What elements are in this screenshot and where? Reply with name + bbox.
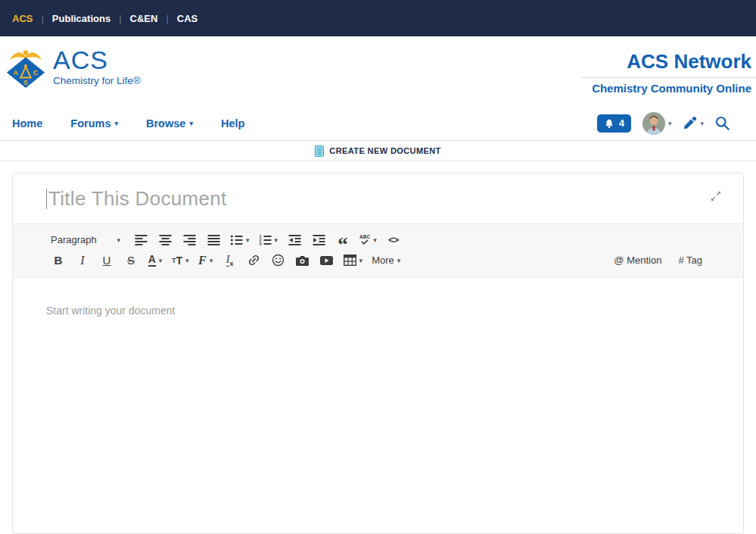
logo-acronym: ACS <box>53 47 141 73</box>
emoji-button[interactable] <box>271 251 286 270</box>
font-size-button[interactable]: T T ▾ <box>172 251 189 270</box>
nav-item-label: Home <box>12 117 42 130</box>
create-new-document-label: CREATE NEW DOCUMENT <box>329 146 440 155</box>
nav-item-forums[interactable]: Forums ▾ <box>70 117 118 130</box>
nav-links: Home Forums ▾ Browse ▾ Help <box>12 117 244 130</box>
divider: | <box>41 13 43 24</box>
svg-text:S: S <box>23 79 28 86</box>
chevron-down-icon: ▾ <box>210 257 213 264</box>
svg-text:A: A <box>14 69 19 77</box>
align-left-button[interactable] <box>133 230 148 250</box>
align-right-button[interactable] <box>182 230 197 250</box>
nav-item-help[interactable]: Help <box>221 117 244 130</box>
camera-icon <box>296 255 309 266</box>
align-center-button[interactable] <box>157 230 173 250</box>
utility-bar: ACS | Publications | C&EN | CAS <box>0 0 756 36</box>
align-right-icon <box>183 234 196 246</box>
title-placeholder: Title This Document <box>48 187 226 211</box>
chevron-down-icon: ▾ <box>117 236 120 244</box>
blockquote-icon: “ <box>338 241 348 249</box>
page-content: Title This Document Paragraph ▾ <box>0 161 756 534</box>
chevron-down-icon: ▾ <box>668 120 672 127</box>
user-menu[interactable]: ▾ <box>642 112 672 135</box>
divider: | <box>166 13 168 24</box>
link-icon <box>247 254 260 267</box>
chevron-down-icon: ▾ <box>185 257 189 264</box>
align-left-icon <box>135 234 148 246</box>
justify-button[interactable] <box>206 230 221 250</box>
editor-toolbar: Paragraph ▾ <box>13 223 743 278</box>
utility-link-cen[interactable]: C&EN <box>130 13 158 24</box>
document-body-input[interactable]: Start writing your document <box>13 278 743 533</box>
indent-button[interactable] <box>311 230 326 250</box>
code-icon: <> <box>388 234 398 245</box>
mention-button[interactable]: @ Mention <box>614 255 661 266</box>
spellcheck-icon: ABC <box>359 235 370 245</box>
more-label: More <box>372 255 394 266</box>
spellcheck-button[interactable]: ABC ▾ <box>359 230 377 250</box>
expand-icon <box>710 190 722 202</box>
acs-logo[interactable]: A C S ACS Chemistry for Life® <box>4 44 141 89</box>
nav-item-label: Browse <box>146 117 185 130</box>
utility-link-acs[interactable]: ACS <box>12 13 33 24</box>
tag-button[interactable]: # Tag <box>678 255 702 266</box>
paragraph-style-select[interactable]: Paragraph ▾ <box>51 230 120 250</box>
more-button[interactable]: More ▾ <box>372 251 400 270</box>
svg-text:3: 3 <box>259 242 261 246</box>
chevron-down-icon: ▾ <box>246 236 250 244</box>
nav-item-browse[interactable]: Browse ▾ <box>146 117 193 130</box>
document-title-input[interactable]: Title This Document <box>13 173 743 223</box>
text-cursor <box>46 189 47 209</box>
nav-right-controls: 4 ▾ ▾ <box>597 112 730 135</box>
site-title: ACS Network <box>582 50 756 78</box>
utility-link-cas[interactable]: CAS <box>177 13 198 24</box>
bold-button[interactable]: B <box>51 251 66 270</box>
compose-menu[interactable]: ▾ <box>683 116 704 130</box>
chevron-down-icon: ▾ <box>700 120 704 127</box>
underline-button[interactable]: U <box>99 251 114 270</box>
chevron-down-icon: ▾ <box>159 257 163 264</box>
bell-icon <box>604 118 614 129</box>
strikethrough-button[interactable]: S <box>123 251 138 270</box>
divider: | <box>119 13 121 24</box>
image-button[interactable] <box>295 251 310 270</box>
text-color-button[interactable]: A ▾ <box>148 251 163 270</box>
document-icon <box>315 145 324 157</box>
pencil-icon <box>683 116 697 130</box>
bullet-list-button[interactable]: ▾ <box>230 230 250 250</box>
chevron-down-icon: ▾ <box>373 236 377 244</box>
search-button[interactable] <box>715 116 730 131</box>
italic-icon: I <box>80 254 84 267</box>
utility-link-publications[interactable]: Publications <box>52 13 110 24</box>
chevron-down-icon: ▾ <box>397 257 401 264</box>
notification-count: 4 <box>619 118 624 129</box>
site-header: A C S ACS Chemistry for Life® ACS Networ… <box>0 36 756 106</box>
italic-button[interactable]: I <box>75 251 90 270</box>
toolbar-row-1: Paragraph ▾ <box>51 230 743 250</box>
outdent-icon <box>288 234 301 246</box>
logo-tagline: Chemistry for Life® <box>53 75 141 86</box>
blockquote-button[interactable]: “ <box>335 230 350 250</box>
outdent-button[interactable] <box>287 230 302 250</box>
underline-icon: U <box>103 254 111 267</box>
expand-button[interactable] <box>710 190 722 202</box>
body-placeholder: Start writing your document <box>46 304 175 317</box>
search-icon <box>715 116 730 131</box>
font-family-icon: F <box>198 254 207 267</box>
font-family-button[interactable]: F ▾ <box>198 251 213 270</box>
code-button[interactable]: <> <box>386 230 401 250</box>
nav-item-home[interactable]: Home <box>12 117 42 130</box>
link-button[interactable] <box>247 251 262 270</box>
video-button[interactable] <box>319 251 334 270</box>
notifications-button[interactable]: 4 <box>597 114 631 133</box>
table-icon <box>344 255 356 266</box>
paragraph-style-label: Paragraph <box>51 234 97 245</box>
numbered-list-button[interactable]: 1 2 3 ▾ <box>259 230 278 250</box>
table-button[interactable]: ▾ <box>344 251 363 270</box>
clear-format-button[interactable]: I x <box>222 251 238 270</box>
indent-icon <box>313 234 325 246</box>
text-color-icon: A <box>148 254 156 267</box>
nav-item-label: Forums <box>70 117 110 130</box>
create-new-document-button[interactable]: CREATE NEW DOCUMENT <box>0 141 756 161</box>
nav-item-label: Help <box>221 117 244 130</box>
